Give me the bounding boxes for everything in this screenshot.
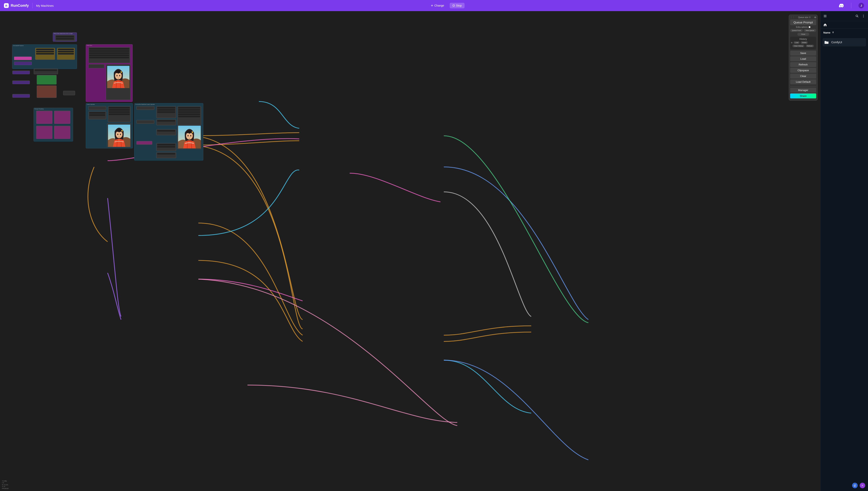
clear-history-button[interactable]: Clear History <box>792 45 804 47</box>
node-canvas[interactable]: Batch Size determines Anim Length Animat… <box>0 11 820 491</box>
node[interactable] <box>177 106 201 125</box>
svg-point-10 <box>120 134 121 135</box>
node[interactable] <box>54 126 70 139</box>
node[interactable] <box>108 106 131 122</box>
node[interactable] <box>57 48 75 60</box>
clear-button[interactable]: Clear <box>790 74 816 79</box>
avatar[interactable]: J <box>859 3 864 8</box>
queue-size-label: Queue size: 0 <box>798 16 810 19</box>
node[interactable] <box>156 152 176 158</box>
stop-label: Stop <box>456 4 462 7</box>
top-bar: R RunComfy My Machines Change Stop J <box>0 0 868 11</box>
svg-point-13 <box>192 132 193 133</box>
svg-rect-0 <box>453 5 455 6</box>
avatar-letter: J <box>861 4 862 7</box>
node[interactable] <box>156 143 176 151</box>
gear-icon[interactable] <box>814 16 816 19</box>
canvas-stats: T: 0.00s I: 0 N: 17 [17] V: 37 FPS:56.82 <box>2 480 8 489</box>
queue-prompt-button[interactable]: Queue Prompt <box>790 20 816 25</box>
node[interactable] <box>37 86 57 98</box>
node[interactable] <box>36 111 52 124</box>
top-center-actions: Change Stop <box>54 3 839 8</box>
node[interactable] <box>35 48 55 60</box>
node[interactable] <box>12 81 30 84</box>
refresh-button[interactable]: Refresh <box>790 62 816 67</box>
node[interactable] <box>54 111 70 124</box>
home-icon[interactable] <box>823 23 827 27</box>
drag-handle-icon[interactable]: ⋮⋮ <box>790 16 794 19</box>
node[interactable] <box>136 120 154 124</box>
fab-row <box>852 483 865 488</box>
node[interactable] <box>63 91 75 95</box>
control-panel[interactable]: ⋮⋮ Queue size: 0 Queue Prompt Extra opti… <box>789 15 818 100</box>
top-right-actions: J <box>839 3 864 8</box>
svg-point-14 <box>188 135 189 137</box>
node[interactable] <box>156 106 176 118</box>
node[interactable] <box>88 64 104 68</box>
folder-item-comfyui[interactable]: ComfyUI <box>822 38 866 47</box>
history-load-button[interactable]: Load <box>793 41 800 44</box>
menu-icon[interactable] <box>823 14 827 18</box>
group-initial-gen[interactable]: Initial Gen <box>86 44 133 102</box>
group-animatediff-options[interactable]: AnimateDiff Options <box>12 45 77 69</box>
node[interactable] <box>14 61 32 65</box>
node[interactable] <box>14 57 32 60</box>
extra-options-label: Extra options <box>796 26 808 28</box>
node[interactable] <box>156 119 176 125</box>
folder-icon <box>824 40 829 44</box>
view-queue-button[interactable]: View Queue <box>804 29 816 32</box>
svg-point-9 <box>117 134 118 135</box>
brand-text: RunComfy <box>11 4 29 8</box>
load-button[interactable]: Load <box>790 56 816 61</box>
svg-point-15 <box>190 135 191 137</box>
refresh-icon <box>853 484 856 487</box>
node[interactable] <box>34 69 58 74</box>
name-column-header[interactable]: Name <box>820 29 868 36</box>
node[interactable] <box>12 70 30 74</box>
node[interactable] <box>88 47 130 63</box>
group-batch-size[interactable]: Batch Size determines Anim Length <box>53 32 77 42</box>
load-default-button[interactable]: Load Default <box>790 79 816 84</box>
node[interactable] <box>88 106 106 110</box>
folder-label: ComfyUI <box>831 41 842 44</box>
node[interactable] <box>136 141 152 145</box>
node[interactable] <box>88 111 106 119</box>
refresh-history-button[interactable]: Refresh <box>806 45 814 47</box>
stop-button[interactable]: Stop <box>450 3 465 8</box>
group-prompt-traveling[interactable]: Prompt Traveling <box>33 108 73 141</box>
node[interactable] <box>37 75 57 85</box>
svg-point-4 <box>116 75 117 76</box>
node[interactable] <box>55 35 75 41</box>
change-button[interactable]: Change <box>428 3 447 8</box>
extra-options-checkbox[interactable] <box>809 26 810 28</box>
node-preview[interactable] <box>107 123 131 147</box>
node-preview[interactable] <box>177 125 201 149</box>
fab-close[interactable] <box>860 483 865 488</box>
close-button[interactable]: Close <box>797 33 809 36</box>
node[interactable] <box>136 106 154 110</box>
clipspace-button[interactable]: Clipspace <box>790 68 816 73</box>
share-button[interactable]: Share <box>790 93 816 98</box>
file-panel: Name ComfyUI <box>820 11 868 491</box>
search-icon[interactable] <box>855 14 859 18</box>
brand-logo[interactable]: R RunComfy <box>4 3 29 8</box>
svg-point-3 <box>120 71 122 73</box>
history-delete-button[interactable]: Delete <box>801 41 808 44</box>
discord-icon[interactable] <box>839 4 844 7</box>
svg-point-16 <box>856 15 858 17</box>
node[interactable] <box>36 126 52 139</box>
node[interactable] <box>156 129 176 135</box>
close-icon <box>861 484 864 487</box>
queue-front-button[interactable]: Queue Front <box>790 29 803 32</box>
group-controlnet-upscale[interactable]: ControlNet Stabilized Latent Upscale <box>134 103 203 161</box>
more-icon[interactable] <box>862 14 865 18</box>
save-button[interactable]: Save <box>790 51 816 56</box>
divider <box>851 3 851 8</box>
svg-point-19 <box>863 17 864 17</box>
node[interactable] <box>12 94 30 97</box>
fab-refresh[interactable] <box>852 483 858 488</box>
manager-button[interactable]: Manager <box>790 88 816 93</box>
node-preview[interactable] <box>106 64 131 100</box>
group-latent-upscale[interactable]: Latent Upscale <box>86 103 133 148</box>
nav-my-machines[interactable]: My Machines <box>36 4 54 7</box>
